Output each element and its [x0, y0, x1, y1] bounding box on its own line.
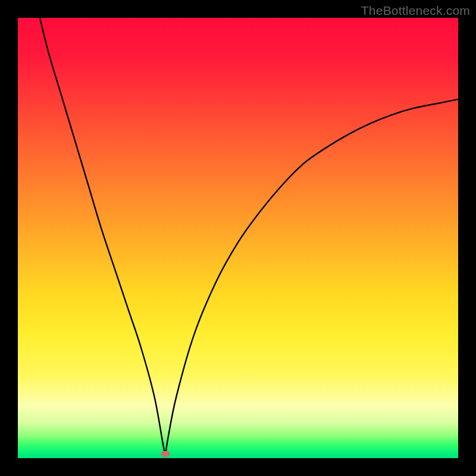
plot-area [18, 18, 458, 458]
min-marker [161, 451, 170, 457]
bottleneck-curve [18, 18, 458, 458]
chart-stage: TheBottleneck.com [0, 0, 476, 476]
curve-path [40, 18, 458, 454]
watermark-text: TheBottleneck.com [361, 4, 470, 18]
